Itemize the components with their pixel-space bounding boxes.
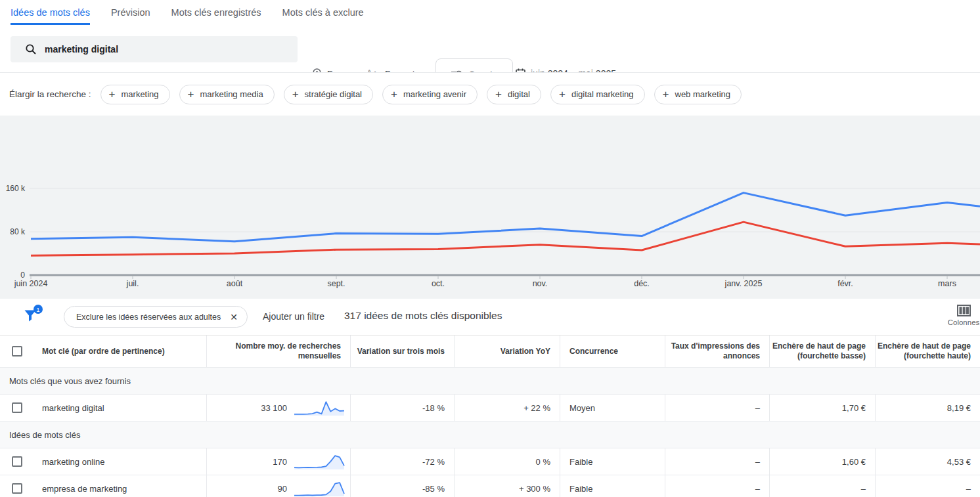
filter-funnel-button[interactable]: 1 (24, 309, 38, 323)
plus-icon: + (559, 89, 566, 100)
cell-keyword: empresa de marketing (0, 475, 207, 497)
cell-three-month-change: -18 % (351, 395, 455, 421)
x-tick-label: juin 2024 (14, 279, 48, 288)
avg-searches-value: 90 (278, 484, 287, 494)
active-filter-chip[interactable]: Exclure les idées réservées aux adultes … (64, 306, 248, 328)
row-checkbox[interactable] (12, 402, 22, 413)
avg-searches-value: 170 (273, 457, 287, 467)
tab-keyword-ideas[interactable]: Idées de mots clés (11, 0, 90, 25)
cell-competition: Moyen (560, 395, 665, 421)
header-three-month-change[interactable]: Variation sur trois mois (351, 335, 455, 367)
expand-chip-marketing-media[interactable]: +marketing media (179, 85, 275, 104)
plus-icon: + (391, 89, 397, 100)
plus-icon: + (292, 89, 299, 100)
trend-sparkline (294, 453, 345, 470)
trend-sparkline (294, 399, 345, 416)
cell-keyword: marketing digital (0, 395, 207, 421)
y-tick-0: 0 (0, 270, 25, 280)
tab-negative-keywords[interactable]: Mots clés à exclure (282, 0, 364, 25)
row-checkbox[interactable] (12, 456, 22, 467)
row-checkbox[interactable] (12, 483, 22, 494)
header-label: Concurrence (569, 347, 618, 357)
x-tick-label: juil. (127, 279, 139, 288)
cell-keyword: marketing online (0, 448, 207, 475)
cell-ad-impression-share: – (665, 475, 770, 497)
cell-avg-searches: 33 100 (207, 395, 351, 421)
add-filter-button[interactable]: Ajouter un filtre (263, 311, 324, 322)
header-top-of-page-bid-high[interactable]: Enchère de haut de page (fourchette haut… (876, 335, 980, 367)
cell-ad-impression-share: – (665, 395, 770, 421)
expand-chip-digital-marketing[interactable]: +digital marketing (550, 85, 645, 104)
header-yoy-change[interactable]: Variation YoY (455, 335, 560, 367)
header-label: Variation YoY (501, 347, 550, 357)
tab-forecast[interactable]: Prévision (111, 0, 150, 25)
table-row: marketing digital 33 100 -18 % + 22 % Mo… (0, 395, 980, 421)
filter-count-badge: 1 (33, 305, 43, 314)
expand-chip-marketing-avenir[interactable]: +marketing avenir (382, 85, 478, 104)
expand-search-label: Élargir la recherche : (9, 89, 91, 99)
keyword-text: marketing digital (42, 403, 104, 413)
cell-bid-high: 4,53 € (876, 448, 980, 475)
chip-label: web marketing (675, 89, 731, 99)
expand-chip-strategie-digital[interactable]: +stratégie digital (284, 85, 373, 104)
remove-filter-icon[interactable]: ✕ (230, 312, 238, 322)
results-count-text: 317 idées de mots clés disponibles (344, 310, 502, 322)
x-tick-label: févr. (837, 279, 853, 288)
cell-yoy-change: + 300 % (455, 475, 560, 497)
header-keyword[interactable]: Mot clé (par ordre de pertinence) (0, 335, 207, 367)
header-label: Nombre moy. de recherches mensuelles (207, 341, 341, 361)
expand-search-row: Élargir la recherche : +marketing +marke… (0, 73, 980, 116)
x-tick-label: août (227, 279, 242, 288)
header-competition[interactable]: Concurrence (560, 335, 665, 367)
tab-label: Idées de mots clés (11, 7, 90, 18)
header-ad-impression-share[interactable]: Taux d'impressions des annonces (665, 335, 770, 367)
chip-label: stratégie digital (305, 89, 362, 99)
section-keyword-ideas: Idées de mots clés (0, 421, 980, 448)
cell-bid-high: 8,19 € (876, 395, 980, 421)
cell-avg-searches: 90 (207, 475, 351, 497)
expand-chip-digital[interactable]: +digital (487, 85, 541, 104)
header-label: Enchère de haut de page (fourchette bass… (770, 341, 866, 361)
y-tick-160k: 160 k (0, 184, 25, 193)
columns-label: Colonnes (948, 318, 980, 326)
trend-chart-svg (0, 116, 980, 299)
filter-chip-label: Exclure les idées réservées aux adultes (76, 313, 221, 322)
x-tick-label: mars (938, 279, 956, 288)
keyword-text: marketing online (42, 457, 104, 467)
keyword-search-box[interactable] (11, 36, 298, 62)
avg-searches-value: 33 100 (261, 403, 287, 413)
x-tick-label: janv. 2025 (725, 279, 763, 288)
header-label: Taux d'impressions des annonces (665, 341, 760, 361)
section-label: Idées de mots clés (9, 430, 80, 440)
chip-label: digital marketing (571, 89, 634, 99)
keyword-text: empresa de marketing (42, 484, 127, 494)
x-tick-label: nov. (533, 279, 548, 288)
header-label: Variation sur trois mois (357, 347, 445, 357)
tab-label: Prévision (111, 7, 150, 18)
table-row: empresa de marketing 90 -85 % + 300 % Fa… (0, 475, 980, 497)
tab-saved-keywords[interactable]: Mots clés enregistrés (171, 0, 261, 25)
keyword-planner-page: Idées de mots clés Prévision Mots clés e… (0, 0, 980, 497)
cell-competition: Faible (560, 475, 665, 497)
header-label: Mot clé (par ordre de pertinence) (42, 347, 165, 357)
x-tick-label: sept. (327, 279, 345, 288)
header-label: Enchère de haut de page (fourchette haut… (876, 341, 971, 361)
keyword-search-input[interactable] (45, 44, 281, 54)
expand-chip-marketing[interactable]: +marketing (100, 85, 170, 104)
columns-button[interactable]: Colonnes (941, 305, 980, 326)
expand-chip-web-marketing[interactable]: +web marketing (654, 85, 742, 104)
trend-sparkline (294, 480, 345, 497)
chip-label: marketing avenir (403, 89, 466, 99)
select-all-checkbox[interactable] (12, 346, 22, 357)
chip-label: digital (508, 89, 530, 99)
chip-label: marketing media (200, 89, 263, 99)
search-toolbar: France x̂A Français Google juin 2024 – m… (0, 25, 980, 72)
header-avg-monthly-searches[interactable]: Nombre moy. de recherches mensuelles (207, 335, 351, 367)
cell-yoy-change: 0 % (455, 448, 560, 475)
plus-icon: + (663, 89, 669, 100)
chip-label: marketing (122, 89, 159, 99)
section-provided-keywords: Mots clés que vous avez fournis (0, 368, 980, 395)
header-top-of-page-bid-low[interactable]: Enchère de haut de page (fourchette bass… (770, 335, 876, 367)
sparkline-area (294, 483, 344, 496)
tab-label: Mots clés enregistrés (171, 7, 261, 18)
